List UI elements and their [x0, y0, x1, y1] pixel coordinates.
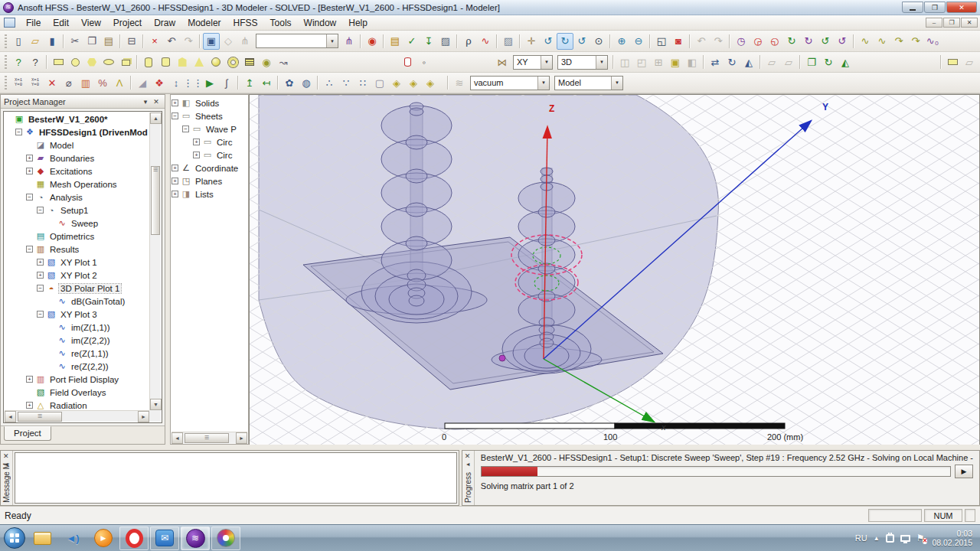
interpolating-sweep-icon[interactable]: ∿: [874, 33, 890, 50]
copy-icon[interactable]: ❐: [83, 33, 100, 50]
minimize-button[interactable]: [902, 2, 923, 13]
revert-mesh-solve-icon[interactable]: ↺: [834, 33, 851, 50]
project-tree-vscrollbar[interactable]: ▲ ▼: [149, 112, 161, 410]
taskbar-media-player-icon[interactable]: [89, 527, 118, 550]
unite-icon[interactable]: ◫: [616, 54, 633, 70]
tree-item-field-overlays[interactable]: ▧Field Overlays: [5, 386, 149, 399]
drawing-plane-combo[interactable]: XY▼: [513, 55, 553, 70]
run-script-icon[interactable]: ▶: [201, 74, 218, 91]
tab-project[interactable]: Project: [4, 426, 51, 441]
tree-item-circ[interactable]: +▭Circ: [172, 135, 247, 148]
move-cs-z-icon[interactable]: ∷: [354, 74, 371, 91]
fit-all-icon[interactable]: ◙: [670, 33, 687, 50]
expand-icon[interactable]: +: [172, 178, 178, 184]
toolbar-grip[interactable]: [3, 76, 8, 90]
transient-sweep-icon[interactable]: ↷: [907, 33, 924, 50]
draw-ellipse-icon[interactable]: [100, 54, 117, 70]
zoom-dynamic-icon[interactable]: ⊙: [590, 33, 607, 50]
radiation-sphere-icon[interactable]: ◍: [298, 74, 315, 91]
project-variables-icon[interactable]: X=1Y=0: [27, 74, 44, 91]
intersect-icon[interactable]: ⊞: [650, 54, 667, 70]
measure-length-icon[interactable]: ↤: [258, 74, 275, 91]
revert-mesh-icon[interactable]: ↺: [817, 33, 834, 50]
rotate-model-center-icon[interactable]: ↺: [540, 33, 557, 50]
expand-icon[interactable]: +: [26, 402, 33, 409]
duplicate-mirror-icon[interactable]: ◭: [837, 54, 854, 70]
tree-item-model[interactable]: ◪Model: [5, 139, 149, 152]
zoom-out-icon[interactable]: ⊖: [630, 33, 647, 50]
sweep-around-axis-icon[interactable]: ⋈: [494, 54, 511, 70]
tree-item-im-z-2-2[interactable]: ∿im(Z(2,2)): [5, 334, 149, 347]
create-region-icon[interactable]: [399, 54, 416, 70]
menu-draw[interactable]: Draw: [148, 16, 181, 30]
expand-icon[interactable]: +: [172, 165, 178, 171]
apply-mesh-solve-icon[interactable]: ↻: [800, 33, 817, 50]
menu-modeler[interactable]: Modeler: [181, 16, 227, 30]
modeler-3d-viewport[interactable]: 0 100 200 (mm) Z Y x: [249, 94, 980, 445]
solution-plot-icon[interactable]: ∿: [477, 33, 494, 50]
tree-item-sweep[interactable]: ∿Sweep: [5, 217, 149, 230]
validation-check-icon[interactable]: ✓: [403, 33, 420, 50]
expand-icon[interactable]: +: [26, 168, 33, 174]
tree-item-hfssdesign1-drivenmod[interactable]: −❖HFSSDesign1 (DrivenMod: [5, 126, 149, 139]
toolbar-grip[interactable]: [3, 55, 8, 69]
field-marker-3-icon[interactable]: ◈: [422, 74, 439, 91]
rotate-current-axis-icon[interactable]: ↻: [557, 33, 573, 50]
expand-icon[interactable]: +: [172, 191, 178, 197]
solution-data-icon[interactable]: ▨: [437, 33, 454, 50]
pan-icon[interactable]: ✛: [523, 33, 540, 50]
draw-torus-icon[interactable]: [224, 54, 241, 70]
open-file-icon[interactable]: ▱: [27, 33, 44, 50]
tree-item-xy-plot-2[interactable]: +▧XY Plot 2: [5, 269, 149, 282]
discrete-sweep-icon[interactable]: ∿: [857, 33, 874, 50]
datasets-icon[interactable]: ⌀: [60, 74, 77, 91]
draw-cone-icon[interactable]: [191, 54, 207, 70]
duplicate-along-line-icon[interactable]: ❐: [803, 54, 820, 70]
panel-close-icon[interactable]: ✕: [151, 96, 162, 106]
collapse-icon[interactable]: −: [182, 126, 189, 132]
move-icon[interactable]: ⇄: [707, 54, 724, 70]
expand-icon[interactable]: +: [26, 155, 33, 161]
wavelength-refinement-icon[interactable]: Λ: [111, 74, 128, 91]
taskbar-mail-icon[interactable]: [150, 527, 179, 550]
thicken-sheet-icon[interactable]: [944, 54, 961, 70]
undo-icon[interactable]: ↶: [163, 33, 180, 50]
move-cs-x-icon[interactable]: ∴: [321, 74, 338, 91]
expand-icon[interactable]: +: [172, 99, 178, 106]
zoom-to-selection-icon[interactable]: ρ: [460, 33, 477, 50]
draw-prism-icon[interactable]: [174, 54, 191, 70]
paste-icon[interactable]: ▤: [100, 33, 117, 50]
collapse-icon[interactable]: −: [172, 112, 178, 119]
menu-tools[interactable]: Tools: [264, 16, 298, 30]
cut-icon[interactable]: ✂: [67, 33, 83, 50]
document-icon[interactable]: [4, 18, 15, 28]
menu-view[interactable]: View: [75, 16, 107, 30]
context-help-icon[interactable]: ?: [10, 54, 27, 70]
expand-icon[interactable]: +: [37, 259, 44, 266]
tree-item-boundaries[interactable]: +▰Boundaries: [5, 152, 149, 165]
variables-icon[interactable]: ⋔: [341, 33, 358, 50]
hscroll-thumb[interactable]: [18, 412, 62, 422]
solve-setup-icon[interactable]: ◷: [733, 33, 750, 50]
window-layout-icon[interactable]: ▢: [371, 74, 388, 91]
history-tree-icon[interactable]: ⋔: [237, 33, 253, 50]
quick-search-combo[interactable]: ▼: [256, 34, 338, 48]
submit-job-icon[interactable]: ↧: [420, 33, 437, 50]
project-tree-hscrollbar[interactable]: ◄ ►: [5, 410, 149, 422]
tree-item-solids[interactable]: +◧Solids: [172, 96, 247, 109]
horizontal-splitter[interactable]: [0, 445, 980, 450]
save-icon[interactable]: ▮: [44, 33, 60, 50]
boundary-display-icon[interactable]: ✿: [281, 74, 298, 91]
tree-item-planes[interactable]: +◳Planes: [172, 174, 247, 187]
tree-item-analysis[interactable]: −◔Analysis: [5, 191, 149, 204]
tree-item-setup1[interactable]: −◔Setup1: [5, 204, 149, 217]
abort-clean-stop-icon[interactable]: ◵: [766, 33, 783, 50]
progress-expand-button[interactable]: ▶: [955, 465, 973, 478]
close-icon[interactable]: ✕: [3, 452, 9, 460]
edit-sources-icon[interactable]: ▤: [387, 33, 403, 50]
tree-item-radiation[interactable]: +△Radiation: [5, 399, 149, 410]
view-redo-icon[interactable]: ↷: [710, 33, 727, 50]
material-combo[interactable]: vacuum▼: [470, 76, 550, 90]
collapse-icon[interactable]: −: [37, 285, 44, 292]
taskbar-opera-icon[interactable]: [119, 527, 149, 550]
